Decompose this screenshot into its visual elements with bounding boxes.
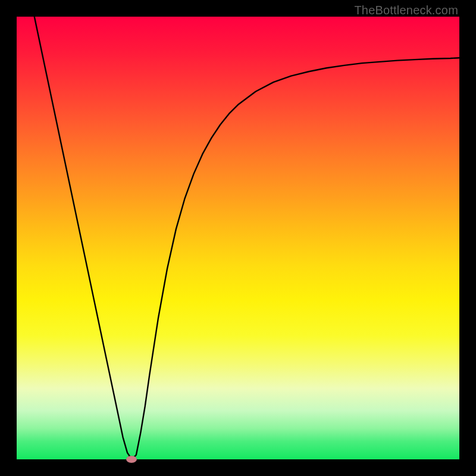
watermark-text: TheBottleneck.com (354, 4, 458, 17)
curve-svg (17, 17, 459, 459)
bottleneck-curve (35, 17, 459, 459)
chart-area (17, 17, 459, 459)
optimum-marker (126, 456, 137, 463)
